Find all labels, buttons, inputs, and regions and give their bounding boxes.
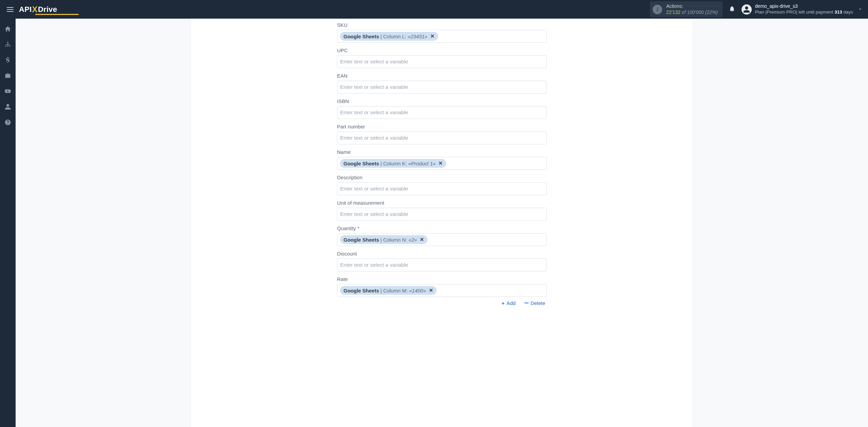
text-input-isbn[interactable]: [340, 109, 544, 116]
field-input-rate[interactable]: Google Sheets | Column M: «1400»✕: [337, 284, 547, 297]
chip-value: «2»: [409, 237, 417, 243]
field-ean: EAN: [337, 73, 547, 94]
user-menu[interactable]: demo_apix-drive_s3 Plan |Premium PRO| le…: [742, 3, 863, 15]
field-part_number: Part number: [337, 124, 547, 144]
chip-remove-icon[interactable]: ✕: [438, 160, 443, 166]
logo-text-api: API: [19, 5, 32, 14]
sidebar-billing[interactable]: [0, 53, 16, 67]
field-label-name: Name: [337, 149, 547, 155]
field-rate: RateGoogle Sheets | Column M: «1400»✕: [337, 276, 547, 297]
logo-underline: [35, 14, 79, 15]
plan-suffix: days: [842, 9, 853, 15]
field-label-unit: Unit of measurement: [337, 200, 547, 206]
variable-chip[interactable]: Google Sheets | Column M: «1400»✕: [340, 286, 437, 295]
variable-chip[interactable]: Google Sheets | Column K: «Product 1»✕: [340, 159, 446, 168]
sidebar-help[interactable]: [0, 116, 16, 129]
field-input-part_number[interactable]: [337, 131, 547, 144]
add-label: Add: [507, 300, 516, 306]
text-input-upc[interactable]: [340, 59, 544, 65]
logo[interactable]: API X Drive: [19, 5, 57, 14]
field-unit: Unit of measurement: [337, 200, 547, 221]
chevron-down-icon[interactable]: [858, 7, 863, 13]
logo-text-x: X: [32, 5, 38, 14]
chip-column: Column K:: [383, 161, 407, 166]
field-isbn: ISBN: [337, 98, 547, 119]
chip-source: Google Sheets: [343, 237, 379, 243]
field-input-name[interactable]: Google Sheets | Column K: «Product 1»✕: [337, 157, 547, 170]
field-input-sku[interactable]: Google Sheets | Column L: «23451»✕: [337, 30, 547, 43]
field-input-description[interactable]: [337, 182, 547, 195]
field-upc: UPC: [337, 47, 547, 68]
text-input-part_number[interactable]: [340, 135, 544, 141]
chip-value: «1400»: [409, 288, 426, 293]
field-quantity: Quantity *Google Sheets | Column N: «2»✕: [337, 225, 547, 246]
user-text: demo_apix-drive_s3 Plan |Premium PRO| le…: [755, 3, 853, 15]
notifications-icon[interactable]: [729, 5, 735, 14]
plan-days: 313: [834, 9, 842, 15]
chip-column: Column M:: [383, 288, 408, 293]
actions-text: Actions: 22'132 of 100'000 (22%): [666, 3, 718, 15]
field-input-unit[interactable]: [337, 208, 547, 221]
actions-counter[interactable]: i Actions: 22'132 of 100'000 (22%): [650, 1, 723, 17]
field-label-description: Description: [337, 175, 547, 180]
topbar: API X Drive i Actions: 22'132 of 100'000…: [0, 0, 868, 19]
field-label-rate: Rate: [337, 276, 547, 282]
actions-total: 100'000: [687, 9, 704, 15]
actions-label: Actions:: [666, 3, 718, 9]
text-input-description[interactable]: [340, 186, 544, 192]
logo-text-drive: Drive: [38, 5, 57, 14]
chip-remove-icon[interactable]: ✕: [430, 33, 435, 39]
chip-source: Google Sheets: [343, 34, 379, 39]
variable-chip[interactable]: Google Sheets | Column L: «23451»✕: [340, 32, 438, 41]
field-label-quantity: Quantity *: [337, 225, 547, 231]
sidebar-connections[interactable]: [0, 38, 16, 51]
field-discount: Discount: [337, 251, 547, 271]
user-name: demo_apix-drive_s3: [755, 3, 853, 9]
content: SKUGoogle Sheets | Column L: «23451»✕UPC…: [16, 19, 868, 427]
field-input-ean[interactable]: [337, 81, 547, 94]
field-label-isbn: ISBN: [337, 98, 547, 104]
actions-of: of: [682, 9, 686, 15]
field-input-isbn[interactable]: [337, 106, 547, 119]
field-sku: SKUGoogle Sheets | Column L: «23451»✕: [337, 22, 547, 43]
info-icon: i: [653, 5, 662, 14]
field-label-part_number: Part number: [337, 124, 547, 129]
menu-toggle[interactable]: [5, 5, 16, 14]
field-input-quantity[interactable]: Google Sheets | Column N: «2»✕: [337, 233, 547, 246]
field-input-upc[interactable]: [337, 55, 547, 68]
sidebar-home[interactable]: [0, 22, 16, 36]
field-label-upc: UPC: [337, 47, 547, 53]
actions-current: 22'132: [666, 9, 680, 15]
chip-remove-icon[interactable]: ✕: [420, 237, 424, 243]
chip-column: Column L:: [383, 34, 406, 39]
minus-icon: [525, 303, 529, 303]
add-button[interactable]: +Add: [501, 300, 515, 306]
text-input-unit[interactable]: [340, 211, 544, 217]
sidebar-youtube[interactable]: [0, 84, 16, 98]
field-label-discount: Discount: [337, 251, 547, 257]
sidebar-briefcase[interactable]: [0, 69, 16, 82]
variable-chip[interactable]: Google Sheets | Column N: «2»✕: [340, 235, 428, 244]
chip-value: «23451»: [408, 34, 427, 39]
chip-source: Google Sheets: [343, 161, 379, 166]
text-input-discount[interactable]: [340, 262, 544, 268]
delete-button[interactable]: Delete: [525, 300, 545, 306]
row-actions: +AddDelete: [337, 297, 547, 307]
field-label-ean: EAN: [337, 73, 547, 79]
field-input-discount[interactable]: [337, 259, 547, 271]
delete-label: Delete: [531, 300, 545, 306]
text-input-ean[interactable]: [340, 84, 544, 90]
chip-value: «Product 1»: [408, 161, 436, 166]
sidebar: [0, 19, 16, 427]
form-card: SKUGoogle Sheets | Column L: «23451»✕UPC…: [191, 19, 693, 427]
chip-remove-icon[interactable]: ✕: [429, 287, 433, 293]
plan-prefix: Plan |Premium PRO| left until payment: [755, 9, 834, 15]
field-label-sku: SKU: [337, 22, 547, 28]
avatar-icon: [742, 4, 752, 15]
field-name: NameGoogle Sheets | Column K: «Product 1…: [337, 149, 547, 170]
field-description: Description: [337, 175, 547, 195]
actions-percent: (22%): [705, 9, 717, 15]
sidebar-account[interactable]: [0, 100, 16, 114]
chip-source: Google Sheets: [343, 288, 379, 293]
plus-icon: +: [501, 300, 505, 306]
